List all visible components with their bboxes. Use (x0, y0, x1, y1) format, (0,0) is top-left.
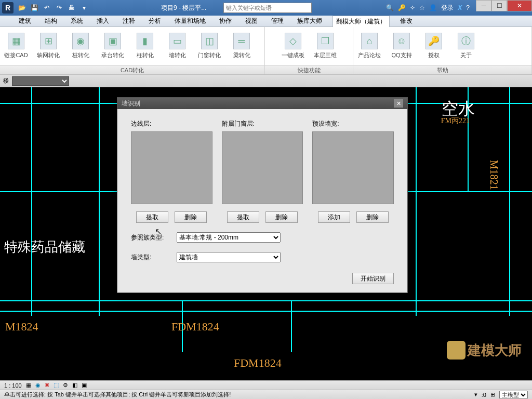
view-icon-1[interactable]: ▦ (26, 382, 31, 389)
ribbon-group-label: CAD转化 (0, 65, 264, 74)
key-icon: 🔑 (425, 33, 442, 49)
ribbon-group-label: 帮助 (353, 65, 531, 74)
ribbon-group-quick: ◇一键成板 ❒本层三维 快捷功能 (265, 27, 353, 74)
beam-convert-button[interactable]: ═梁转化 (225, 27, 258, 65)
app-icon[interactable]: R (2, 2, 14, 14)
start-recognition-button[interactable]: 开始识别 (352, 273, 394, 284)
width-delete-button[interactable]: 删除 (356, 211, 389, 223)
tab-struct[interactable]: 结构 (42, 16, 60, 26)
tab-collab[interactable]: 协作 (216, 16, 235, 26)
door-window-label: 附属门窗层: (222, 119, 303, 128)
count-label: :0 (482, 392, 486, 398)
view-icon-5[interactable]: ⚙ (63, 382, 68, 389)
floor-3d-button[interactable]: ❒本层三维 (309, 27, 341, 65)
tab-manage[interactable]: 管理 (268, 16, 287, 26)
one-click-slab-button[interactable]: ◇一键成板 (277, 27, 309, 65)
maximize-button[interactable]: ☐ (491, 0, 507, 11)
edge-extract-button[interactable]: 提取 (136, 211, 168, 223)
preset-width-column: 预设墙宽: 添加 删除 (312, 119, 394, 223)
edge-layer-list[interactable] (131, 131, 212, 204)
qq-icon: ☺ (393, 33, 410, 49)
view-icon-4[interactable]: ⬚ (54, 382, 59, 389)
width-add-button[interactable]: 添加 (318, 211, 350, 223)
tab-family-master[interactable]: 族库大师 (294, 16, 325, 26)
view-icon-6[interactable]: ◧ (72, 382, 77, 389)
user-icon[interactable]: 👤 (429, 4, 437, 11)
dialog-close-button[interactable]: ✕ (394, 99, 403, 108)
watermark-icon (447, 341, 466, 360)
watermark: 建模大师 (447, 341, 522, 360)
slab-icon: ◇ (285, 33, 301, 49)
column-icon: ▮ (137, 33, 153, 49)
wall-convert-button[interactable]: ▭墙转化 (161, 27, 193, 65)
tab-model-master[interactable]: 翻模大师（建筑） (332, 16, 390, 27)
window-title: 项目9 - 楼层平... (161, 4, 206, 12)
pile-convert-button[interactable]: ◉桩转化 (64, 27, 97, 65)
help-icon[interactable]: ? (466, 4, 470, 11)
dw-delete-button[interactable]: 删除 (265, 211, 298, 223)
tab-massing[interactable]: 体量和场地 (171, 16, 209, 26)
preset-width-label: 预设墙宽: (312, 119, 394, 128)
titlebar: R 📂 💾 ↶ ↷ 🖶 ▾ 项目9 - 楼层平... 🔍 🔑 ✧ ☆ 👤 登录 … (0, 0, 532, 16)
door-tag-m1824: M1824 (5, 320, 38, 334)
about-button[interactable]: ⓘ关于 (450, 27, 482, 65)
close-button[interactable]: ✕ (507, 0, 532, 11)
binoculars-icon[interactable]: 🔍 (386, 4, 394, 11)
scale-label[interactable]: 1 : 100 (4, 382, 22, 389)
grid-convert-button[interactable]: ⊞轴网转化 (32, 27, 64, 65)
star-icon[interactable]: ☆ (419, 4, 425, 11)
tab-modify[interactable]: 修改 (397, 16, 416, 26)
undo-icon[interactable]: ↶ (42, 3, 52, 13)
ribbon-group-cad: ▦链接CAD ⊞轴网转化 ◉桩转化 ▣承台转化 ▮柱转化 ▭墙转化 ◫门窗转化 … (0, 27, 265, 74)
qq-support-button[interactable]: ☺QQ支持 (385, 27, 418, 65)
dialog-titlebar[interactable]: 墙识别 ✕ (117, 98, 407, 109)
wall-type-select[interactable]: 建筑墙 (177, 252, 281, 262)
family-type-select[interactable]: 基本墙:常规 - 200mm (177, 232, 281, 243)
link-cad-button[interactable]: ▦链接CAD (0, 27, 32, 65)
filter-icon[interactable]: ▾ (474, 391, 477, 398)
x-icon[interactable]: X (458, 4, 462, 11)
edge-layer-column: 边线层: 提取 删除 (131, 119, 212, 223)
door-icon: ◫ (201, 33, 218, 49)
tab-annotate[interactable]: 注释 (119, 16, 138, 26)
door-window-convert-button[interactable]: ◫门窗转化 (193, 27, 225, 65)
edge-delete-button[interactable]: 删除 (175, 211, 207, 223)
tab-analyze[interactable]: 分析 (145, 16, 164, 26)
cap-icon: ▣ (104, 33, 121, 49)
key-icon[interactable]: 🔑 (398, 4, 406, 11)
preset-width-list[interactable] (312, 131, 394, 204)
dw-extract-button[interactable]: 提取 (227, 211, 259, 223)
door-window-list[interactable] (222, 131, 303, 204)
level-select[interactable] (12, 76, 69, 86)
ribbon-tabs: 建筑 结构 系统 插入 注释 分析 体量和场地 协作 视图 管理 族库大师 翻模… (0, 16, 532, 27)
login-link[interactable]: 登录 (441, 4, 454, 12)
minimize-button[interactable]: ─ (476, 0, 491, 11)
pile-icon: ◉ (72, 33, 89, 49)
view-icon-7[interactable]: ▣ (82, 382, 87, 389)
forum-button[interactable]: ⌂产品论坛 (353, 27, 385, 65)
redo-icon[interactable]: ↷ (54, 3, 64, 13)
share-icon[interactable]: ✧ (410, 4, 415, 11)
snap-icon[interactable]: ⊞ (490, 391, 495, 398)
wall-type-label: 墙类型: (131, 253, 168, 262)
save-icon[interactable]: 💾 (29, 3, 39, 13)
view-icon-3[interactable]: ✖ (45, 382, 49, 389)
model-select[interactable]: 主模型 (499, 391, 528, 399)
cad-icon: ▦ (8, 33, 24, 49)
cap-convert-button[interactable]: ▣承台转化 (97, 27, 129, 65)
tab-insert[interactable]: 插入 (94, 16, 112, 26)
title-right: 🔍 🔑 ✧ ☆ 👤 登录 X ? (386, 4, 470, 12)
more-icon[interactable]: ▾ (79, 3, 89, 13)
cube-icon: ❒ (317, 33, 334, 49)
tab-system[interactable]: 系统 (68, 16, 86, 26)
license-button[interactable]: 🔑授权 (418, 27, 450, 65)
status-bar: 单击可进行选择; 按 Tab 键并单击可选择其他项目; 按 Ctrl 键并单击可… (0, 390, 532, 399)
tab-arch[interactable]: 建筑 (16, 16, 34, 26)
search-input[interactable] (223, 3, 312, 13)
tab-view[interactable]: 视图 (242, 16, 261, 26)
open-icon[interactable]: 📂 (17, 3, 27, 13)
view-icon-2[interactable]: ◉ (35, 382, 41, 389)
print-icon[interactable]: 🖶 (66, 3, 77, 13)
dialog-title: 墙识别 (122, 99, 140, 108)
column-convert-button[interactable]: ▮柱转化 (129, 27, 161, 65)
